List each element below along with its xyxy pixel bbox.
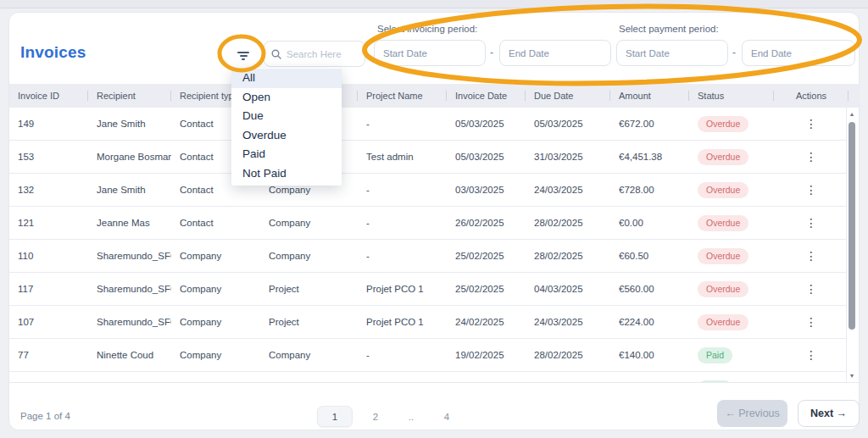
column-header-invoice-id: Invoice ID [9, 84, 88, 108]
cell-due-date: 24/03/2025 [526, 185, 610, 195]
cell-due-date: 28/02/2025 [526, 251, 610, 261]
status-badge: Overdue [698, 116, 748, 132]
cell-project: Projet PCO 1 [358, 317, 447, 327]
cell-project: Projet PCO 1 [358, 284, 447, 294]
cell-recipient-type: Company [171, 251, 260, 261]
cell-status: Overdue [689, 281, 774, 297]
page-button-4[interactable]: 4 [434, 406, 459, 427]
previous-page-button[interactable]: ← Previous [717, 400, 787, 427]
filter-option-due[interactable]: Due [231, 107, 342, 126]
cell-invoice-for: Company [260, 218, 358, 228]
cell-invoice-for: Company [260, 185, 358, 195]
scroll-up-icon[interactable]: ▲ [847, 111, 857, 117]
cell-invoice-date: 25/02/2025 [447, 284, 526, 294]
cell-recipient-type: Company [171, 284, 260, 294]
cell-recipient-type: Company [171, 317, 260, 327]
row-actions-button[interactable]: ⋮ [805, 184, 817, 196]
row-actions-button[interactable]: ⋮ [805, 283, 817, 295]
column-header-amount: Amount [610, 84, 689, 108]
next-page-button[interactable]: Next → [798, 400, 860, 427]
filter-option-not-paid[interactable]: Not Paid [231, 164, 342, 184]
row-actions-button[interactable]: ⋮ [805, 250, 817, 262]
cell-invoice-for: Company [260, 350, 358, 360]
column-header-invoice-date: Invoice Date [447, 84, 526, 108]
cell-recipient-type: Contact [171, 218, 260, 228]
cell-recipient: Jeanne Mas [88, 218, 171, 228]
filter-icon [237, 52, 249, 53]
top-page-strip [0, 0, 868, 8]
cell-due-date: 28/02/2025 [526, 350, 610, 360]
cell-id: 149 [9, 119, 88, 129]
filter-icon [242, 58, 245, 60]
table-row: 110Sharemundo_SFCCompanyCompany-25/02/20… [9, 240, 849, 273]
row-actions-button[interactable]: ⋮ [805, 316, 817, 328]
cell-actions: ⋮ [774, 316, 849, 328]
status-badge: Overdue [698, 182, 748, 198]
cell-amount: €672.00 [610, 119, 689, 129]
cell-project: - [358, 350, 447, 360]
cell-invoice-date: 03/03/2025 [447, 185, 526, 195]
cell-id: 132 [9, 185, 88, 195]
status-filter-dropdown: AllOpenDueOverduePaidNot Paid [231, 68, 342, 186]
column-header-recipient: Recipient [88, 84, 171, 108]
scrollbar-thumb[interactable] [849, 122, 855, 330]
cell-recipient: Jane Smith [88, 185, 171, 195]
cell-invoice-date: 05/03/2025 [447, 119, 526, 129]
filter-option-paid[interactable]: Paid [231, 145, 342, 164]
filter-option-open[interactable]: Open [231, 88, 342, 108]
cell-amount: €60.50 [610, 251, 689, 261]
table-row: 77Ninette CoudCompanyCompany-19/02/20252… [9, 339, 849, 372]
status-badge: Overdue [698, 149, 748, 165]
cell-actions: ⋮ [774, 184, 849, 196]
cell-due-date: 31/03/2025 [526, 152, 610, 162]
cell-status: Overdue [689, 116, 774, 132]
row-actions-button[interactable]: ⋮ [805, 349, 817, 361]
payment-range-separator: - [732, 47, 736, 58]
cell-actions: ⋮ [774, 283, 849, 295]
scroll-down-icon[interactable]: ▼ [847, 373, 857, 379]
invoicing-end-date-input[interactable] [499, 40, 611, 66]
cell-amount: €0.00 [610, 218, 689, 228]
cell-project: - [358, 185, 447, 195]
row-actions-button[interactable]: ⋮ [805, 118, 817, 130]
table-row: 153Morgane Bosman (CoContactTest admin05… [9, 141, 849, 174]
vertical-scrollbar[interactable]: ▲ ▼ [846, 108, 857, 382]
cell-actions: ⋮ [774, 151, 849, 163]
cell-recipient: Ninette Coud [88, 350, 171, 360]
cell-invoice-date: 26/02/2025 [447, 218, 526, 228]
invoicing-range-separator: - [490, 47, 493, 58]
cell-invoice-date: 24/02/2025 [447, 317, 526, 327]
status-badge: Overdue [698, 281, 748, 297]
cell-invoice-date: 05/03/2025 [447, 152, 526, 162]
page-number-list: 12..4 [317, 406, 459, 427]
cell-amount: €4,451.38 [610, 152, 689, 162]
cell-id: 110 [9, 251, 88, 261]
search-input[interactable] [287, 49, 358, 59]
row-actions-button[interactable]: ⋮ [805, 217, 817, 229]
page-ellipsis[interactable]: .. [398, 406, 424, 427]
status-filter-button[interactable] [231, 46, 256, 66]
status-badge: Overdue [698, 215, 748, 231]
page-button-2[interactable]: 2 [363, 406, 388, 427]
search-icon [271, 49, 281, 59]
cell-due-date: 04/03/2025 [526, 284, 610, 294]
payment-end-date-input[interactable] [742, 40, 855, 66]
payment-start-date-input[interactable] [616, 40, 728, 66]
filter-option-all[interactable]: All [231, 69, 342, 88]
page-button-1[interactable]: 1 [317, 406, 353, 427]
cell-project: Test admin [358, 152, 447, 162]
invoicing-start-date-input[interactable] [374, 40, 486, 66]
cell-project: - [358, 119, 447, 129]
column-header-actions: Actions [774, 84, 849, 108]
cell-id: 77 [9, 350, 88, 360]
cell-id: 117 [9, 284, 88, 294]
filter-option-overdue[interactable]: Overdue [231, 126, 342, 146]
cell-amount: €140.00 [610, 350, 689, 360]
row-actions-button[interactable]: ⋮ [805, 151, 817, 163]
cell-amount: €728.00 [610, 185, 689, 195]
cell-actions: ⋮ [774, 250, 849, 262]
cell-actions: ⋮ [774, 217, 849, 229]
column-header-project-name: Project Name [358, 84, 447, 108]
cell-id: 153 [9, 152, 88, 162]
filter-icon [240, 55, 248, 57]
